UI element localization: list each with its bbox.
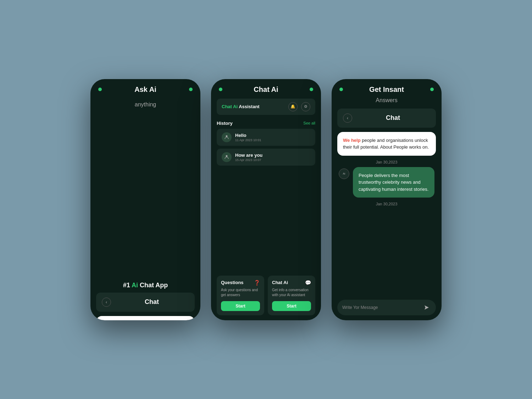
phone-center: Chat Ai Chat Ai Assistant 🔔 ⚙ History Se… — [211, 79, 321, 320]
message-input-bar[interactable]: Write Yor Message — [337, 300, 436, 315]
center-topbar: Chat Ai — [211, 79, 321, 97]
phone-left: Ask Ai anything #1 Ai Chat App ‹ Chat We… — [90, 79, 200, 320]
chatai-card-title: Chat Ai — [272, 280, 288, 285]
assistant-bar: Chat Ai Assistant 🔔 ⚙ — [217, 99, 315, 115]
phones-container: Ask Ai anything #1 Ai Chat App ‹ Chat We… — [0, 0, 532, 399]
hashtag-rest: Chat App — [138, 282, 168, 289]
center-bottom-spacer — [211, 315, 321, 320]
see-all-button[interactable]: See all — [303, 121, 315, 125]
questions-card: Questions ❓ Ask your questions and get a… — [217, 276, 264, 315]
center-dot-right — [310, 88, 313, 91]
phone-right: Get Insant Answers ‹ Chat We help people… — [332, 79, 442, 320]
person-icon-1 — [224, 155, 229, 160]
left-subtitle: anything — [98, 101, 193, 108]
hashtag-line: #1 Ai Chat App — [90, 280, 200, 293]
left-topbar: Ask Ai — [90, 79, 200, 97]
history-item-0[interactable]: Hello 11 Apr 2023 10:01 — [217, 129, 315, 146]
left-dot-right — [189, 88, 193, 91]
left-content: We help people and organisations unlock … — [90, 312, 200, 320]
left-topbar-title: Ask Ai — [134, 85, 156, 94]
bottom-cards: Questions ❓ Ask your questions and get a… — [217, 276, 315, 315]
left-chat-title: Chat — [115, 298, 189, 306]
right-dot-left — [339, 88, 343, 91]
send-arrow-icon — [424, 305, 430, 310]
right-subtitle: Answers — [332, 97, 442, 109]
left-back-icon: ‹ — [106, 300, 107, 305]
history-item-title-0: Hello — [235, 133, 261, 138]
right-dot-right — [430, 88, 434, 91]
right-main-title: Get Insant — [369, 85, 404, 93]
history-avatar-1 — [222, 152, 232, 162]
right-date2: Jan 30,2023 — [337, 202, 436, 206]
right-white-bubble: We help people and organisations unlock … — [337, 132, 436, 156]
right-green-bubble: People delivers the most trustworthy cel… — [353, 167, 434, 198]
chatai-card-desc: Get info a conversation with your Ai ass… — [272, 288, 311, 298]
right-chat-bar: ‹ Chat — [337, 109, 436, 128]
chatai-card: Chat Ai 💬 Get info a conversation with y… — [268, 276, 315, 315]
left-chat-bar: ‹ Chat — [96, 293, 195, 312]
questions-card-header: Questions ❓ — [221, 280, 260, 286]
history-section: History See all — [211, 118, 321, 127]
svg-point-1 — [226, 155, 228, 157]
history-item-info-0: Hello 11 Apr 2023 10:01 — [235, 133, 261, 142]
chatai-start-button[interactable]: Start — [272, 301, 311, 311]
assistant-icons: 🔔 ⚙ — [288, 102, 310, 111]
chatai-icon: 💬 — [305, 280, 311, 286]
center-title: Chat Ai — [254, 85, 278, 94]
left-white-bubble: We help people and organisations unlock … — [96, 316, 195, 320]
left-back-button[interactable]: ‹ — [102, 298, 111, 307]
hashtag-number: #1 — [123, 282, 132, 289]
svg-point-0 — [226, 135, 228, 137]
right-topbar: Get Insant — [332, 79, 442, 97]
questions-card-desc: Ask your questions and get answers — [221, 288, 260, 298]
center-scroll-area — [211, 167, 321, 272]
settings-icon[interactable]: ⚙ — [301, 102, 310, 111]
right-ai-label: Ai — [343, 172, 345, 175]
history-item-date-0: 11 Apr 2023 10:01 — [235, 138, 261, 142]
ask-ai-title: Ask Ai — [134, 85, 156, 93]
history-item-date-1: 15 Apr 2023 10:07 — [235, 158, 262, 162]
center-dot-left — [219, 88, 222, 91]
history-item-1[interactable]: How are you 15 Apr 2023 10:07 — [217, 149, 315, 166]
chatai-card-header: Chat Ai 💬 — [272, 280, 311, 286]
assistant-rest-label: Assistant — [238, 104, 260, 109]
right-back-icon: ‹ — [347, 116, 348, 121]
right-content: We help people and organisations unlock … — [332, 128, 442, 300]
hashtag-ai: Ai — [132, 282, 138, 289]
questions-card-title: Questions — [221, 280, 244, 285]
history-label: History — [217, 121, 233, 126]
send-icon[interactable] — [422, 303, 431, 312]
assistant-bar-title: Chat Ai Assistant — [222, 104, 260, 109]
right-ai-message-row: Ai People delivers the most trustworthy … — [337, 167, 436, 198]
right-date1: Jan 30,2023 — [337, 160, 436, 164]
right-chat-title: Chat — [356, 114, 430, 122]
notification-icon[interactable]: 🔔 — [288, 102, 298, 111]
right-topbar-title: Get Insant — [369, 85, 404, 94]
we-help-red: We help — [343, 138, 361, 143]
right-ai-avatar: Ai — [339, 168, 349, 179]
message-input-placeholder: Write Yor Message — [342, 305, 420, 310]
questions-start-button[interactable]: Start — [221, 301, 260, 311]
history-item-title-1: How are you — [235, 153, 262, 158]
history-avatar-0 — [222, 132, 232, 142]
left-dot-left — [98, 88, 102, 91]
history-item-info-1: How are you 15 Apr 2023 10:07 — [235, 153, 262, 162]
person-icon-0 — [224, 135, 229, 140]
left-header-section: anything — [90, 97, 200, 280]
questions-icon: ❓ — [254, 280, 260, 286]
assistant-green-label: Chat Ai — [222, 104, 238, 109]
right-back-button[interactable]: ‹ — [343, 113, 352, 123]
